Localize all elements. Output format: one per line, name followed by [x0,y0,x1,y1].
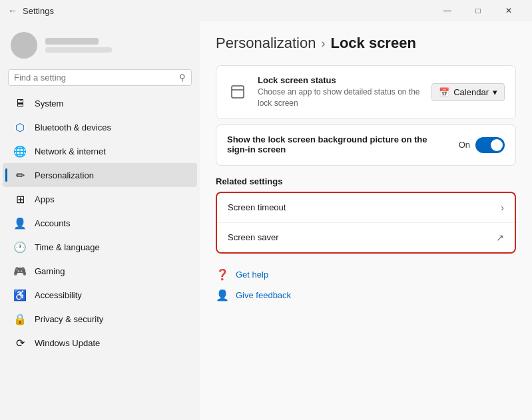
search-input[interactable] [14,73,175,83]
chevron-down-icon: ▾ [493,87,497,97]
app-title: Settings [23,6,54,16]
calendar-icon: 📅 [439,87,449,97]
sidebar-item-bluetooth[interactable]: ⬡ Bluetooth & devices [3,115,197,139]
help-links: ❓ Get help 👤 Give feedback [216,264,516,306]
toggle-on-label: On [459,140,470,150]
background-picture-card: Show the lock screen background picture … [216,124,516,166]
background-picture-control: On [459,137,505,153]
search-box[interactable]: ⚲ [8,69,192,86]
sidebar-item-accessibility[interactable]: ♿ Accessibility [3,283,197,307]
breadcrumb-parent: Personalization [216,35,316,52]
give-feedback-link[interactable]: 👤 Give feedback [216,285,516,306]
accessibility-icon: ♿ [13,288,27,302]
sidebar-item-personalization[interactable]: ✏ Personalization [3,163,197,187]
give-feedback-icon: 👤 [216,289,229,302]
screen-timeout-row[interactable]: Screen timeout › [217,193,515,223]
close-button[interactable]: ✕ [493,0,524,21]
sidebar-item-privacy[interactable]: 🔒 Privacy & security [3,307,197,331]
background-picture-toggle[interactable] [475,137,505,153]
search-icon: ⚲ [179,73,186,83]
update-icon: ⟳ [13,336,27,349]
user-info [45,38,112,53]
lock-screen-status-desc: Choose an app to show detailed status on… [258,87,422,109]
content-area: Personalization › Lock screen Lock scree… [200,21,532,420]
bluetooth-icon: ⬡ [13,120,27,134]
sidebar-item-update[interactable]: ⟳ Windows Update [3,331,197,355]
screen-timeout-label: Screen timeout [228,202,494,212]
nav-list: 🖥 System ⬡ Bluetooth & devices 🌐 Network… [0,91,200,355]
time-icon: 🕐 [13,240,27,254]
system-icon: 🖥 [13,97,27,110]
related-settings-card: Screen timeout › Screen saver ↗ [216,192,516,254]
lock-screen-status-title: Lock screen status [258,75,422,85]
privacy-icon: 🔒 [13,312,27,325]
sidebar-item-gaming[interactable]: 🎮 Gaming [3,259,197,283]
lock-screen-status-control[interactable]: 📅 Calendar ▾ [431,83,505,101]
user-subtitle [45,47,112,53]
lock-screen-status-row: Lock screen status Choose an app to show… [216,66,515,118]
minimize-button[interactable]: — [432,0,463,21]
background-picture-row: Show the lock screen background picture … [216,125,515,165]
sidebar: ⚲ 🖥 System ⬡ Bluetooth & devices 🌐 Netwo… [0,21,200,420]
accounts-icon: 👤 [13,216,27,230]
screen-timeout-arrow: › [501,202,504,213]
related-settings-title: Related settings [216,176,516,186]
background-picture-text: Show the lock screen background picture … [227,134,449,156]
sidebar-item-apps[interactable]: ⊞ Apps [3,187,197,211]
maximize-button[interactable]: □ [463,0,493,21]
back-button[interactable]: ← [8,5,17,16]
breadcrumb-separator: › [321,37,325,51]
calendar-dropdown[interactable]: 📅 Calendar ▾ [431,83,505,101]
screen-saver-row[interactable]: Screen saver ↗ [217,223,515,252]
avatar [11,32,37,59]
screen-saver-label: Screen saver [228,232,489,242]
lock-screen-status-icon [227,81,248,103]
lock-screen-status-card: Lock screen status Choose an app to show… [216,65,516,119]
gaming-icon: 🎮 [13,264,27,278]
apps-icon: ⊞ [13,192,27,206]
get-help-icon: ❓ [216,268,229,281]
title-bar-left: ← Settings [8,5,432,16]
breadcrumb-current: Lock screen [330,35,415,52]
user-section [0,21,200,67]
title-bar: ← Settings — □ ✕ [0,0,532,21]
get-help-link[interactable]: ❓ Get help [216,264,516,285]
sidebar-item-accounts[interactable]: 👤 Accounts [3,211,197,235]
lock-screen-status-text: Lock screen status Choose an app to show… [258,75,422,109]
screen-saver-external-icon: ↗ [496,232,504,243]
svg-rect-0 [232,86,244,98]
personalization-icon: ✏ [13,168,27,182]
window-controls: — □ ✕ [432,0,524,21]
breadcrumb: Personalization › Lock screen [216,35,516,52]
user-name [45,38,99,45]
sidebar-item-network[interactable]: 🌐 Network & internet [3,139,197,163]
background-picture-title: Show the lock screen background picture … [227,134,449,154]
sidebar-item-system[interactable]: 🖥 System [3,91,197,115]
network-icon: 🌐 [13,144,27,158]
sidebar-item-time[interactable]: 🕐 Time & language [3,235,197,259]
app-body: ⚲ 🖥 System ⬡ Bluetooth & devices 🌐 Netwo… [0,21,532,420]
